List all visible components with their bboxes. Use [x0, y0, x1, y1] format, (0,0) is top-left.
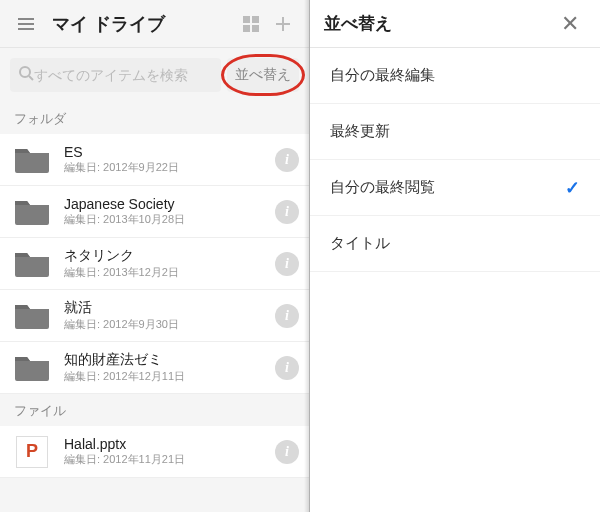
sort-option-label: タイトル [330, 234, 580, 253]
main-pane: マイ ドライブ 並べ替え フォルダ ES編集日: 2012年9月22日iJapa… [0, 0, 310, 512]
folder-row[interactable]: 就活編集日: 2012年9月30日i [0, 290, 309, 342]
sort-panel: 並べ替え ✕ 自分の最終編集最終更新自分の最終閲覧✓タイトル [310, 0, 600, 512]
svg-rect-3 [252, 25, 259, 32]
sort-option[interactable]: タイトル [310, 216, 600, 272]
svg-rect-2 [243, 25, 250, 32]
row-texts: Japanese Society編集日: 2013年10月28日 [64, 196, 275, 227]
folder-row[interactable]: ネタリンク編集日: 2013年12月2日i [0, 238, 309, 290]
row-title: ネタリンク [64, 247, 275, 265]
svg-point-4 [20, 67, 30, 77]
sort-option[interactable]: 自分の最終編集 [310, 48, 600, 104]
row-title: ES [64, 144, 275, 160]
info-icon[interactable]: i [275, 356, 299, 380]
files-list: PHalal.pptx編集日: 2012年11月21日i [0, 426, 309, 478]
search-box[interactable] [10, 58, 221, 92]
row-title: 就活 [64, 299, 275, 317]
info-icon[interactable]: i [275, 440, 299, 464]
sort-option-label: 最終更新 [330, 122, 580, 141]
row-texts: ES編集日: 2012年9月22日 [64, 144, 275, 175]
add-icon[interactable] [267, 8, 299, 40]
file-row[interactable]: PHalal.pptx編集日: 2012年11月21日i [0, 426, 309, 478]
sort-options-list: 自分の最終編集最終更新自分の最終閲覧✓タイトル [310, 48, 600, 272]
search-icon [18, 65, 34, 85]
sort-panel-header: 並べ替え ✕ [310, 0, 600, 48]
grid-view-icon[interactable] [235, 8, 267, 40]
row-texts: 就活編集日: 2012年9月30日 [64, 299, 275, 332]
search-row: 並べ替え [0, 48, 309, 102]
sort-option[interactable]: 自分の最終閲覧✓ [310, 160, 600, 216]
row-subtitle: 編集日: 2013年10月28日 [64, 212, 275, 227]
menu-icon[interactable] [10, 8, 42, 40]
info-icon[interactable]: i [275, 252, 299, 276]
row-title: Japanese Society [64, 196, 275, 212]
info-icon[interactable]: i [275, 304, 299, 328]
row-subtitle: 編集日: 2012年9月30日 [64, 317, 275, 332]
file-icon: P [12, 436, 52, 468]
row-subtitle: 編集日: 2012年9月22日 [64, 160, 275, 175]
folder-icon [12, 300, 52, 332]
row-title: Halal.pptx [64, 436, 275, 452]
row-texts: Halal.pptx編集日: 2012年11月21日 [64, 436, 275, 467]
sort-button-label: 並べ替え [235, 66, 291, 84]
close-icon[interactable]: ✕ [554, 8, 586, 40]
folder-icon [12, 248, 52, 280]
folder-icon [12, 144, 52, 176]
info-icon[interactable]: i [275, 200, 299, 224]
svg-line-5 [29, 76, 33, 80]
folder-icon [12, 196, 52, 228]
search-input[interactable] [34, 67, 213, 83]
row-subtitle: 編集日: 2013年12月2日 [64, 265, 275, 280]
check-icon: ✓ [565, 177, 580, 199]
row-subtitle: 編集日: 2012年12月11日 [64, 369, 275, 384]
folder-icon [12, 352, 52, 384]
sort-option-label: 自分の最終閲覧 [330, 178, 565, 197]
sort-option[interactable]: 最終更新 [310, 104, 600, 160]
svg-rect-0 [243, 16, 250, 23]
folder-row[interactable]: 知的財産法ゼミ編集日: 2012年12月11日i [0, 342, 309, 394]
row-title: 知的財産法ゼミ [64, 351, 275, 369]
sort-option-label: 自分の最終編集 [330, 66, 580, 85]
sort-panel-title: 並べ替え [324, 12, 554, 35]
folder-row[interactable]: Japanese Society編集日: 2013年10月28日i [0, 186, 309, 238]
svg-rect-1 [252, 16, 259, 23]
info-icon[interactable]: i [275, 148, 299, 172]
folders-list: ES編集日: 2012年9月22日iJapanese Society編集日: 2… [0, 134, 309, 394]
sort-button[interactable]: 並べ替え [227, 58, 299, 92]
main-header: マイ ドライブ [0, 0, 309, 48]
row-texts: ネタリンク編集日: 2013年12月2日 [64, 247, 275, 280]
section-folders-label: フォルダ [0, 102, 309, 134]
row-subtitle: 編集日: 2012年11月21日 [64, 452, 275, 467]
section-files-label: ファイル [0, 394, 309, 426]
folder-row[interactable]: ES編集日: 2012年9月22日i [0, 134, 309, 186]
ppt-icon: P [16, 436, 48, 468]
row-texts: 知的財産法ゼミ編集日: 2012年12月11日 [64, 351, 275, 384]
page-title: マイ ドライブ [42, 12, 235, 36]
